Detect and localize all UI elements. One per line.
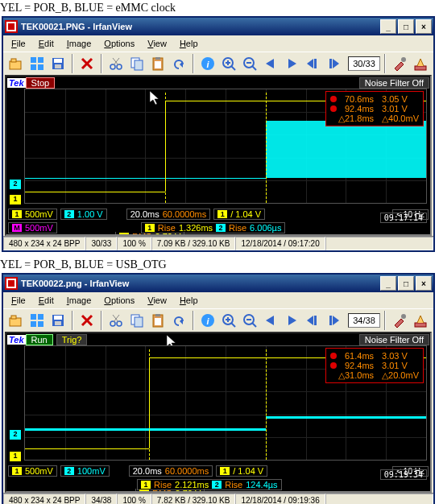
thumbnail-button[interactable] (27, 54, 47, 73)
copy-button[interactable] (127, 54, 147, 73)
svg-rect-10 (54, 59, 62, 63)
svg-rect-53 (55, 321, 61, 325)
scope-readouts-row2: 1Rise2.121ms2Rise124.4µs (8, 480, 429, 490)
svg-marker-65 (180, 318, 183, 324)
status-dims: 480 x 234 x 24 BPP (3, 494, 85, 504)
tool-button[interactable] (390, 54, 409, 73)
close-button[interactable]: × (416, 19, 432, 34)
next-button[interactable] (282, 311, 301, 330)
svg-line-31 (252, 66, 256, 70)
ch2-marker: 2 (10, 430, 21, 440)
svg-rect-2 (8, 23, 14, 30)
cut-button[interactable] (106, 54, 126, 73)
close-button[interactable]: × (416, 276, 432, 291)
ch2-box: 21.00 V (60, 209, 107, 220)
menu-view[interactable]: View (143, 37, 172, 50)
cut-button[interactable] (106, 311, 126, 330)
next-button[interactable] (282, 54, 301, 73)
svg-rect-46 (11, 316, 16, 319)
zoom-in-button[interactable] (219, 54, 238, 73)
scope-readouts-row2: M500mV 1Rise1.326ms2Rise6.006µs (8, 223, 429, 233)
svg-marker-76 (288, 316, 296, 325)
scope-clock: 09:19:34 (380, 469, 427, 480)
maximize-button[interactable]: □ (398, 19, 414, 34)
svg-rect-44 (8, 280, 14, 287)
delete-button[interactable] (77, 311, 97, 330)
svg-rect-47 (31, 314, 36, 320)
menu-file[interactable]: File (6, 294, 31, 307)
toolbar: i 34/38 (3, 308, 433, 332)
thumbnail-button[interactable] (27, 311, 47, 330)
delete-button[interactable] (77, 54, 97, 73)
window-title: TEK00022.png - IrfanView (21, 279, 380, 288)
maximize-button[interactable]: □ (398, 276, 414, 291)
svg-rect-5 (31, 57, 36, 63)
prev-page-button[interactable] (303, 54, 322, 73)
menu-edit[interactable]: Edit (34, 294, 59, 307)
svg-line-27 (231, 66, 235, 70)
svg-rect-38 (329, 59, 332, 68)
open-button[interactable] (6, 54, 26, 73)
next-page-button[interactable] (324, 311, 343, 330)
tek-logo: Tek (7, 335, 26, 345)
menu-options[interactable]: Options (99, 294, 139, 307)
settings-button[interactable] (411, 54, 430, 73)
svg-point-14 (110, 64, 115, 69)
menu-edit[interactable]: Edit (34, 37, 59, 50)
menu-file[interactable]: File (6, 37, 31, 50)
status-spacer (325, 494, 433, 504)
next-page-button[interactable] (324, 54, 343, 73)
zoom-out-button[interactable] (240, 311, 259, 330)
svg-point-56 (110, 321, 115, 326)
info-button[interactable]: i (198, 311, 217, 330)
paste-button[interactable] (148, 311, 168, 330)
cursor-readout: 70.6ms3.05 V 92.4ms3.01 V △21.8ms△40.0mV (325, 91, 424, 126)
svg-marker-37 (333, 59, 339, 68)
prev-button[interactable] (261, 311, 280, 330)
save-button[interactable] (48, 54, 68, 73)
undo-button[interactable] (169, 54, 188, 73)
noise-filter-label: Noise Filter Off (359, 334, 429, 345)
svg-rect-80 (329, 316, 332, 325)
prev-page-button[interactable] (303, 311, 322, 330)
minimize-button[interactable]: _ (380, 19, 396, 34)
scope-clock: 09:17:14 (380, 213, 427, 223)
menu-view[interactable]: View (143, 294, 172, 307)
image-counter[interactable]: 30/33 (348, 56, 380, 71)
status-dims: 480 x 234 x 24 BPP (3, 237, 85, 250)
menu-image[interactable]: Image (62, 294, 97, 307)
menu-help[interactable]: Help (175, 294, 203, 307)
menu-help[interactable]: Help (175, 37, 203, 50)
svg-line-73 (252, 323, 256, 327)
svg-marker-79 (333, 316, 339, 325)
image-counter[interactable]: 34/38 (348, 313, 380, 328)
status-idx: 30/33 (85, 237, 117, 250)
copy-button[interactable] (127, 311, 147, 330)
menu-image[interactable]: Image (62, 37, 97, 50)
tool-button[interactable] (390, 311, 409, 330)
svg-rect-40 (415, 66, 426, 70)
prev-button[interactable] (261, 54, 280, 73)
rms-row: 1RMS2.70 V (135, 489, 205, 493)
scope-readouts-row1: 1500mV 21.00 V 20.0ms60.0000ms 1/ 1.04 V… (8, 205, 429, 223)
titlebar[interactable]: TEK00021.PNG - IrfanView _ □ × (3, 18, 433, 35)
zoom-out-button[interactable] (240, 54, 259, 73)
open-button[interactable] (6, 311, 26, 330)
svg-rect-52 (54, 316, 62, 320)
titlebar[interactable]: TEK00022.png - IrfanView _ □ × (3, 275, 433, 292)
svg-rect-4 (11, 59, 16, 62)
statusbar: 480 x 234 x 24 BPP 34/38 100 % 7.82 KB /… (3, 493, 433, 504)
statusbar: 480 x 234 x 24 BPP 30/33 100 % 7.09 KB /… (3, 236, 433, 250)
menubar: File Edit Image Options View Help (3, 35, 433, 52)
paste-button[interactable] (148, 54, 168, 73)
settings-button[interactable] (411, 311, 430, 330)
save-button[interactable] (48, 311, 68, 330)
svg-marker-41 (150, 91, 159, 105)
minimize-button[interactable]: _ (380, 276, 396, 291)
status-spacer (325, 237, 433, 250)
svg-rect-36 (314, 59, 317, 68)
zoom-in-button[interactable] (219, 311, 238, 330)
menu-options[interactable]: Options (99, 37, 139, 50)
info-button[interactable]: i (198, 54, 217, 73)
undo-button[interactable] (169, 311, 188, 330)
